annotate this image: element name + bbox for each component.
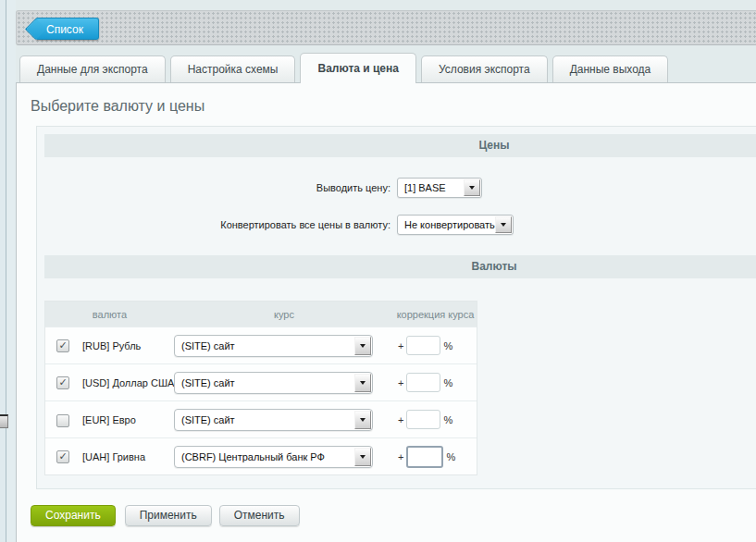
- apply-button[interactable]: Применить: [125, 505, 212, 526]
- currencies-section-header: Валюты: [44, 255, 756, 278]
- rate-value: (SITE) сайт: [175, 340, 257, 351]
- rate-select[interactable]: (SITE) сайт: [174, 409, 373, 431]
- rate-select[interactable]: (SITE) сайт: [174, 372, 373, 394]
- rate-value: (CBRF) Центральный банк РФ: [175, 451, 347, 462]
- currency-row-usd: ✓ [USD] Доллар США (SITE) сайт + %: [45, 363, 477, 400]
- rate-value: (SITE) сайт: [175, 377, 257, 388]
- dropdown-arrow-icon: [464, 179, 480, 196]
- currency-checkbox[interactable]: ✓: [56, 339, 69, 352]
- percent-label: %: [443, 340, 452, 351]
- back-button-label: Список: [46, 23, 83, 36]
- plus-label: +: [398, 377, 403, 388]
- main-area: Список Данные для экспорта Настройка схе…: [16, 0, 756, 542]
- currency-checkbox[interactable]: ✓: [56, 376, 69, 389]
- tab-currency-and-price[interactable]: Валюта и цена: [300, 53, 415, 83]
- currency-checkbox[interactable]: [56, 414, 69, 427]
- currency-row-eur: [EUR] Евро (SITE) сайт + %: [45, 400, 477, 437]
- back-arrow-icon: [24, 18, 46, 40]
- correction-input-focused[interactable]: [406, 446, 443, 468]
- currency-label: [UAH] Гривна: [82, 451, 174, 462]
- column-header-rate: курс: [174, 309, 394, 320]
- currency-label: [EUR] Евро: [82, 414, 174, 425]
- dropdown-arrow-icon: [354, 374, 371, 392]
- tab-export-data[interactable]: Данные для экспорта: [19, 55, 166, 82]
- convert-currency-label: Конвертировать все цены в валюту:: [44, 219, 397, 230]
- currencies-table: валюта курс коррекция курса ✓ [RUB] Рубл…: [44, 301, 477, 475]
- save-button[interactable]: Сохранить: [31, 505, 116, 526]
- column-header-currency: валюта: [45, 309, 174, 320]
- percent-label: %: [443, 414, 452, 425]
- correction-input[interactable]: [406, 373, 440, 392]
- collapsed-panel-handle[interactable]: [0, 414, 8, 428]
- content-panel: Выберите валюту и цены Цены Выводить цен…: [16, 82, 756, 542]
- currency-label: [RUB] Рубль: [82, 340, 174, 351]
- plus-label: +: [398, 340, 403, 351]
- rate-select[interactable]: (CBRF) Центральный банк РФ: [174, 446, 373, 468]
- tab-bar: Данные для экспорта Настройка схемы Валю…: [16, 53, 756, 82]
- plus-label: +: [398, 451, 403, 462]
- dropdown-arrow-icon: [354, 448, 371, 466]
- currency-label: [USD] Доллар США: [82, 377, 174, 388]
- display-price-label: Выводить цену:: [44, 182, 397, 193]
- tab-scheme-settings[interactable]: Настройка схемы: [170, 55, 296, 82]
- display-price-select[interactable]: [1] BASE: [397, 178, 482, 198]
- percent-label: %: [443, 377, 452, 388]
- plus-label: +: [398, 414, 403, 425]
- tab-export-conditions[interactable]: Условия экспорта: [421, 55, 548, 82]
- currency-row-uah: ✓ [UAH] Гривна (CBRF) Центральный банк Р…: [45, 437, 477, 474]
- top-toolbar: Список: [16, 10, 756, 45]
- dropdown-arrow-icon: [354, 411, 371, 429]
- display-price-value: [1] BASE: [398, 182, 468, 193]
- currencies-table-header: валюта курс коррекция курса: [45, 302, 477, 326]
- correction-input[interactable]: [406, 410, 440, 429]
- currency-checkbox[interactable]: ✓: [56, 450, 69, 463]
- column-header-correction: коррекция курса: [394, 309, 477, 320]
- rate-value: (SITE) сайт: [175, 414, 257, 425]
- convert-currency-row: Конвертировать все цены в валюту: Не кон…: [44, 215, 756, 235]
- footer-buttons: Сохранить Применить Отменить: [31, 505, 756, 526]
- convert-currency-select[interactable]: Не конвертировать: [397, 215, 514, 235]
- checkmark-icon: ✓: [58, 451, 67, 462]
- prices-section-header: Цены: [44, 134, 756, 157]
- form-area: Цены Выводить цену: [1] BASE Конвертиров…: [36, 126, 756, 489]
- page-left-edge: [0, 0, 16, 542]
- tab-output-data[interactable]: Данные выхода: [552, 55, 669, 82]
- dropdown-arrow-icon: [354, 337, 371, 355]
- page-title: Выберите валюту и цены: [31, 83, 756, 115]
- percent-label: %: [446, 451, 455, 462]
- display-price-row: Выводить цену: [1] BASE: [44, 178, 756, 198]
- correction-input[interactable]: [406, 336, 440, 355]
- back-to-list-button[interactable]: Список: [35, 18, 99, 40]
- dropdown-arrow-icon: [495, 216, 512, 233]
- checkmark-icon: ✓: [58, 340, 67, 351]
- currency-row-rub: ✓ [RUB] Рубль (SITE) сайт + %: [45, 326, 477, 363]
- checkmark-icon: ✓: [58, 377, 67, 388]
- rate-select[interactable]: (SITE) сайт: [174, 335, 373, 357]
- cancel-button[interactable]: Отменить: [219, 505, 300, 526]
